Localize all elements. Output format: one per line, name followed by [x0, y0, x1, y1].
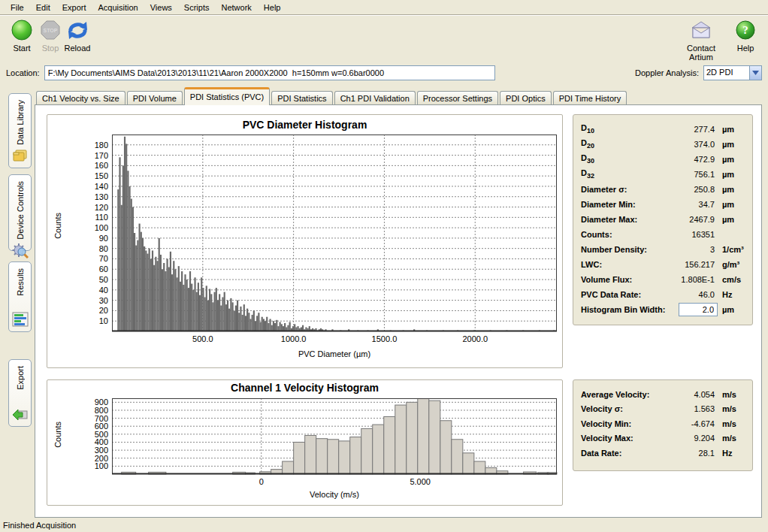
x-tick-label: 0	[239, 477, 284, 486]
stat-unit: m/s	[718, 434, 745, 443]
doppler-analysis-select[interactable]: 2D PDI	[703, 65, 762, 80]
menu-item-network[interactable]: Network	[215, 2, 257, 14]
x-tick-label: 1000.0	[271, 334, 316, 343]
tab-ch1-velocity-vs-size[interactable]: Ch1 Velocity vs. Size	[36, 91, 125, 105]
y-tick-label: 130	[47, 192, 108, 201]
location-bar: Location: Doppler Analysis: 2D PDI	[0, 62, 768, 84]
stat-value: 1.563	[674, 404, 718, 413]
stat-label: D10	[581, 123, 674, 135]
y-tick-label: 30	[47, 296, 108, 305]
stat-value: 3	[674, 245, 718, 254]
stat-unit: µm	[718, 170, 745, 179]
stat-label: Number Density:	[581, 245, 674, 254]
tab-pdi-volume[interactable]: PDI Volume	[127, 91, 183, 105]
reload-icon	[60, 18, 95, 42]
sidebar-item-device-controls[interactable]: Device Controls	[8, 174, 32, 251]
y-tick-label: 800	[47, 406, 108, 415]
stat-value: 756.1	[674, 170, 718, 179]
stat-label: PVC Data Rate:	[581, 290, 674, 299]
menu-item-acquisition[interactable]: Acquisition	[92, 2, 144, 14]
stat-unit: µm	[718, 185, 745, 194]
stat-value: 4.054	[674, 390, 718, 399]
stat-label: Data Rate:	[581, 449, 674, 458]
stat-value: 277.4	[674, 125, 718, 134]
stat-row: Counts:16351	[581, 227, 745, 242]
menu-item-scripts[interactable]: Scripts	[178, 2, 216, 14]
export-icon	[12, 407, 29, 423]
sidebar-item-export[interactable]: Export	[8, 359, 32, 427]
stat-value: -4.674	[674, 419, 718, 428]
stat-value: 2467.9	[674, 215, 718, 224]
stat-row: LWC:156.217g/m³	[581, 257, 745, 272]
pvc-histogram-chart	[112, 135, 558, 332]
stat-label: Counts:	[581, 230, 674, 239]
y-tick-label: 90	[47, 234, 108, 243]
menu-item-edit[interactable]: Edit	[30, 2, 56, 14]
stat-unit: Hz	[718, 449, 745, 458]
tab-pdi-time-history[interactable]: PDI Time History	[553, 91, 627, 105]
sidebar-item-data-library[interactable]: Data Library	[8, 93, 32, 168]
stat-value: 34.7	[674, 200, 718, 209]
y-tick-label: 500	[47, 430, 108, 439]
stat-row: Velocity Min:-4.674m/s	[581, 416, 745, 431]
stat-row: Number Density:31/cm³	[581, 242, 745, 257]
menu-bar: FileEditExportAcquisitionViewsScriptsNet…	[0, 0, 768, 15]
menu-item-file[interactable]: File	[5, 2, 30, 14]
stat-row: Velocity Max:9.204m/s	[581, 431, 745, 446]
stat-row: Histogram Bin Width:µm	[581, 302, 745, 317]
reload-button[interactable]: Reload	[60, 18, 95, 53]
stat-value: 46.0	[674, 290, 718, 299]
svg-text:?: ?	[742, 24, 748, 36]
stat-value: 374.0	[674, 140, 718, 149]
tab-pdi-statistics[interactable]: PDI Statistics	[271, 91, 332, 105]
stat-label: D30	[581, 153, 674, 165]
stat-label: Velocity σ:	[581, 404, 674, 413]
y-tick-label: 900	[47, 397, 108, 407]
menu-item-views[interactable]: Views	[144, 2, 178, 14]
device-controls-icon	[12, 243, 29, 261]
menu-item-export[interactable]: Export	[56, 2, 92, 14]
stat-unit: µm	[718, 305, 745, 314]
stat-row: Volume Flux:1.808E-1cm/s	[581, 272, 745, 287]
velocity-chart-xlabel: Velocity (m/s)	[112, 490, 557, 499]
sidebar-item-label: Device Controls	[16, 181, 25, 240]
stat-row: D20374.0µm	[581, 137, 745, 152]
stat-row: Diameter σ:250.8µm	[581, 182, 745, 197]
tab-processor-settings[interactable]: Processor Settings	[417, 91, 498, 105]
location-label: Location:	[6, 68, 40, 77]
contact-artium-label: Contact Artium	[675, 44, 727, 62]
sidebar-item-results[interactable]: Results	[8, 261, 32, 332]
stat-unit: m/s	[718, 419, 745, 428]
y-tick-label: 140	[47, 182, 108, 191]
stat-row: D10277.4µm	[581, 122, 745, 137]
stat-row: D32756.1µm	[581, 167, 745, 182]
stat-value: 250.8	[674, 185, 718, 194]
stat-row: D30472.9µm	[581, 152, 745, 167]
svg-text:STOP: STOP	[44, 28, 58, 33]
stat-row: Diameter Min:34.7µm	[581, 197, 745, 212]
menu-item-help[interactable]: Help	[258, 2, 287, 14]
velocity-histogram-chart	[112, 398, 558, 475]
tab-ch1-pdi-validation[interactable]: Ch1 PDI Validation	[334, 91, 416, 105]
stat-unit: g/m³	[718, 260, 745, 269]
y-tick-label: 200	[47, 454, 108, 463]
y-tick-label: 700	[47, 414, 108, 423]
sidebar-item-label: Results	[16, 268, 25, 296]
velocity-statistics-panel: Average Velocity:4.054m/sVelocity σ:1.56…	[573, 379, 753, 471]
y-tick-label: 40	[47, 286, 108, 295]
location-input[interactable]	[44, 65, 495, 80]
histogram-bin-width-input[interactable]	[679, 303, 718, 316]
y-tick-label: 600	[47, 422, 108, 431]
contact-artium-button[interactable]: Contact Artium	[675, 18, 727, 62]
dropdown-arrow-icon[interactable]	[749, 66, 761, 80]
y-tick-label: 160	[47, 161, 108, 170]
stat-label: Average Velocity:	[581, 390, 674, 399]
help-button[interactable]: ? Help	[730, 18, 760, 53]
y-tick-label: 170	[47, 151, 108, 160]
stat-unit: cm/s	[718, 275, 745, 284]
stat-label: Histogram Bin Width:	[581, 305, 674, 314]
tab-pdi-optics[interactable]: PDI Optics	[500, 91, 552, 105]
tab-pdi-statistics-pvc[interactable]: PDI Statistics (PVC)	[184, 87, 270, 105]
stat-row: Data Rate:28.1Hz	[581, 446, 745, 461]
y-tick-label: 50	[47, 275, 108, 284]
